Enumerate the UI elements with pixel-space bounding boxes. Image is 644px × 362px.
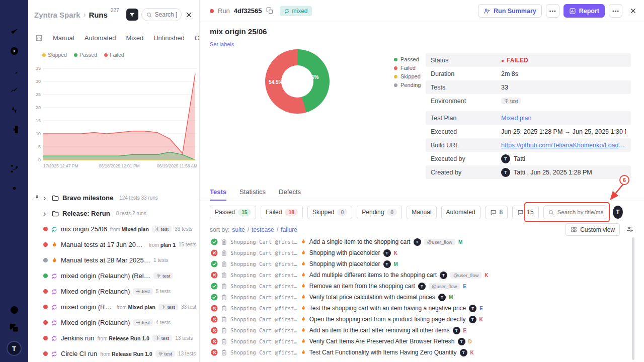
test-suite[interactable]: Shopping Cart @first…	[230, 349, 297, 355]
test-title[interactable]: Shopping with placeholder	[309, 260, 380, 267]
run-item[interactable]: mixed origin (Relaunch)from Mixed plante…	[28, 299, 199, 315]
test-title[interactable]: Add an item to the cart after removing a…	[309, 327, 450, 334]
report-button[interactable]: Report	[564, 4, 605, 18]
runs-tab-g[interactable]: G	[195, 34, 199, 42]
custom-view-button[interactable]: Custom view	[566, 223, 620, 236]
runs-tab-unfinished[interactable]: Unfinished	[153, 34, 184, 42]
runs-tab-manual[interactable]: Manual	[53, 34, 74, 42]
test-title[interactable]: Shopping with placeholder	[309, 249, 380, 256]
runs-search-input[interactable]	[155, 11, 177, 18]
check-icon[interactable]	[9, 26, 20, 37]
inbox-icon[interactable]	[9, 124, 20, 135]
filter-passed-button[interactable]: Passed15	[210, 206, 256, 219]
comments-filter-button-2[interactable]: 15	[512, 206, 538, 219]
test-tag[interactable]: @user_flow	[450, 272, 481, 279]
test-suite[interactable]: Shopping Cart @first…	[230, 294, 297, 300]
run-item[interactable]: Mixed origin (Relaunch)test4 tests	[28, 315, 199, 330]
test-suite[interactable]: Shopping Cart @first…	[230, 316, 297, 322]
more-actions-button-2[interactable]: ⋯	[609, 4, 622, 18]
test-title[interactable]: Test Cart Functionality with Items Havin…	[309, 349, 457, 356]
test-title[interactable]: Verify total price calculation with deci…	[309, 294, 435, 301]
tab-tests[interactable]: Tests	[210, 188, 226, 201]
activity-icon[interactable]	[9, 105, 20, 115]
copy-run-id-icon[interactable]	[266, 7, 274, 15]
test-row[interactable]: Shopping Cart @first…Shopping with place…	[200, 247, 637, 258]
close-search-icon[interactable]	[185, 11, 193, 19]
test-row[interactable]: Shopping Cart @first…Shopping with place…	[200, 258, 637, 269]
filter-automated-button[interactable]: Automated	[441, 206, 480, 219]
sort-by-suite[interactable]: suite	[232, 226, 245, 233]
test-row[interactable]: Shopping Cart @first…Verify total price …	[200, 292, 637, 303]
run-summary-button[interactable]: Run Summary	[478, 4, 542, 18]
test-suite[interactable]: Shopping Cart @first…	[230, 305, 297, 311]
runs-overview-icon[interactable]	[35, 34, 43, 42]
sort-by-testcase[interactable]: testcase	[252, 226, 274, 233]
test-title[interactable]: Test the shopping cart with an item havi…	[309, 305, 466, 312]
build-url-link[interactable]: https://github.com/TetianaKhomenko/Load-…	[501, 142, 626, 149]
view-settings-icon[interactable]	[626, 225, 634, 233]
test-tag[interactable]: @user_flow	[424, 239, 455, 245]
run-folder[interactable]: ›Release: Rerun8 tests 2 runs	[28, 206, 199, 221]
tests-search[interactable]	[543, 205, 607, 219]
menu-icon[interactable]	[9, 7, 20, 17]
test-row[interactable]: Shopping Cart @first…Verify Cart Items A…	[200, 336, 637, 347]
test-suite[interactable]: Shopping Cart @first…	[230, 338, 297, 344]
test-row[interactable]: Shopping Cart @first…Test the shopping c…	[200, 303, 637, 314]
test-title[interactable]: Remove an item from the shopping cart	[309, 283, 415, 290]
comments-filter-button-1[interactable]: 8	[485, 206, 508, 219]
run-item[interactable]: Jenkins runfrom Release Run 1.0test13 te…	[28, 330, 199, 346]
test-suite[interactable]: Shopping Cart @first…	[230, 272, 297, 278]
run-item[interactable]: Manual tests at 28 Mar 2025 09:33 (Relau…	[28, 252, 199, 268]
filter-pending-button[interactable]: Pending0	[357, 206, 402, 219]
runs-tab-mixed[interactable]: Mixed	[126, 34, 144, 42]
more-actions-button[interactable]: ⋯	[546, 4, 559, 18]
run-item[interactable]: Circle CI runfrom Release Run 1.0test13 …	[28, 346, 199, 361]
test-suite[interactable]: Shopping Cart @first…	[230, 250, 297, 256]
filter-manual-button[interactable]: Manual	[407, 206, 436, 219]
test-title[interactable]: Add multiple different items to the shop…	[309, 272, 437, 279]
set-labels-link[interactable]: Set labels	[210, 41, 234, 47]
trend-icon[interactable]	[9, 85, 20, 96]
run-item[interactable]: mix origin 25/06from Mixed plantest33 te…	[28, 221, 199, 237]
run-item[interactable]: Manual tests at 17 Jun 2025 10:09from pl…	[28, 237, 199, 252]
help-icon[interactable]	[9, 305, 20, 315]
chevron-right-icon[interactable]: ›	[43, 210, 48, 218]
test-row[interactable]: Shopping Cart @first…Add an item to the …	[200, 325, 637, 336]
run-folder[interactable]: ›Bravo milestone124 tests 33 runs	[28, 190, 199, 206]
filter-failed-button[interactable]: Failed18	[261, 206, 303, 219]
tests-scrollbar[interactable]	[632, 237, 634, 360]
test-title[interactable]: Open the shopping cart from a product li…	[309, 316, 466, 323]
sort-by-failure[interactable]: failure	[281, 226, 297, 233]
test-tag[interactable]: @user_flow	[429, 283, 460, 290]
play-circle-icon[interactable]	[9, 46, 20, 56]
filter-button[interactable]	[126, 9, 138, 21]
test-title[interactable]: Verify Cart Items Are Preserved After Br…	[309, 338, 455, 345]
test-row[interactable]: Shopping Cart @first…Add multiple differ…	[200, 269, 637, 281]
projects-icon[interactable]	[9, 323, 20, 333]
test-suite[interactable]: Shopping Cart @first…	[230, 327, 297, 333]
test-suite[interactable]: Shopping Cart @first…	[230, 261, 297, 267]
close-run-icon[interactable]	[629, 7, 637, 15]
git-branch-icon[interactable]	[9, 163, 20, 174]
test-suite[interactable]: Shopping Cart @first…	[230, 283, 297, 289]
tab-statistics[interactable]: Statistics	[239, 188, 266, 201]
run-item[interactable]: Mixed origin (Relaunch)test5 tests	[28, 284, 199, 299]
chevron-right-icon[interactable]: ›	[43, 194, 48, 202]
test-row[interactable]: Shopping Cart @first…Test Cart Functiona…	[200, 347, 637, 358]
test-suite[interactable]: Shopping Cart @first…	[230, 239, 297, 245]
test-row[interactable]: Shopping Cart @first…Remove an item from…	[200, 281, 637, 292]
tab-defects[interactable]: Defects	[279, 188, 301, 201]
test-title[interactable]: Add a single item to the shopping cart	[309, 238, 411, 245]
test-row[interactable]: Shopping Cart @first…Add a single item t…	[200, 236, 637, 247]
run-list-icon[interactable]	[9, 65, 20, 76]
bar-chart-icon[interactable]	[9, 144, 20, 154]
filter-user-avatar[interactable]: T	[613, 206, 623, 219]
gear-icon[interactable]	[9, 183, 20, 194]
tests-search-input[interactable]	[557, 209, 603, 215]
runs-search[interactable]	[141, 8, 182, 21]
test-row[interactable]: Shopping Cart @first…Open the shopping c…	[200, 314, 637, 325]
filter-skipped-button[interactable]: Skipped0	[307, 206, 352, 219]
user-avatar[interactable]: T	[7, 341, 22, 356]
runs-tab-automated[interactable]: Automated	[85, 34, 116, 42]
run-item[interactable]: mixed origin (Relaunch) (Relaunch)test	[28, 268, 199, 284]
